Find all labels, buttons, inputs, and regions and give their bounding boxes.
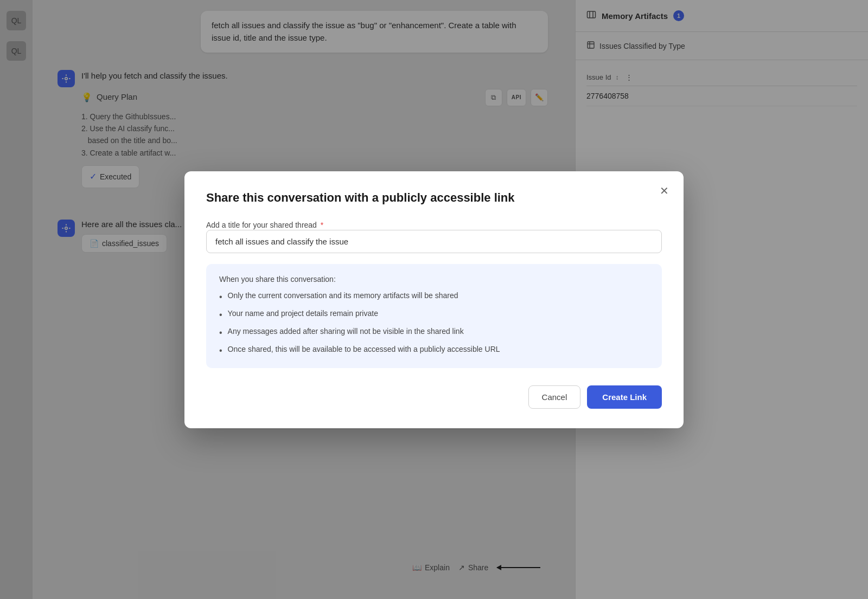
info-item-2-text: Your name and project details remain pri… <box>228 308 378 319</box>
thread-title-input[interactable] <box>206 230 662 253</box>
share-modal: ✕ Share this conversation with a publicl… <box>184 171 684 428</box>
cancel-button[interactable]: Cancel <box>528 385 581 409</box>
modal-footer: Cancel Create Link <box>206 385 662 409</box>
info-item-1: Only the current conversation and its me… <box>219 290 649 304</box>
info-item-2: Your name and project details remain pri… <box>219 308 649 321</box>
info-item-1-text: Only the current conversation and its me… <box>228 290 458 301</box>
modal-close-button[interactable]: ✕ <box>655 182 673 199</box>
modal-field-label: Add a title for your shared thread * <box>206 221 323 229</box>
info-item-3: Any messages added after sharing will no… <box>219 326 649 339</box>
info-item-4-text: Once shared, this will be available to b… <box>228 344 500 355</box>
info-item-4: Once shared, this will be available to b… <box>219 344 649 357</box>
create-link-button[interactable]: Create Link <box>587 385 662 409</box>
modal-overlay: ✕ Share this conversation with a publicl… <box>0 0 868 599</box>
create-label: Create Link <box>602 392 647 402</box>
cancel-label: Cancel <box>542 392 567 402</box>
modal-info-box: When you share this conversation: Only t… <box>206 264 662 368</box>
modal-title: Share this conversation with a publicly … <box>206 191 662 205</box>
info-item-3-text: Any messages added after sharing will no… <box>228 326 464 337</box>
info-header: When you share this conversation: <box>219 275 649 284</box>
label-text: Add a title for your shared thread <box>206 221 317 229</box>
required-marker: * <box>321 221 323 229</box>
close-icon: ✕ <box>660 184 669 197</box>
app-background: QL QL fetch all issues and classify the … <box>0 0 868 599</box>
info-list: Only the current conversation and its me… <box>219 290 649 357</box>
